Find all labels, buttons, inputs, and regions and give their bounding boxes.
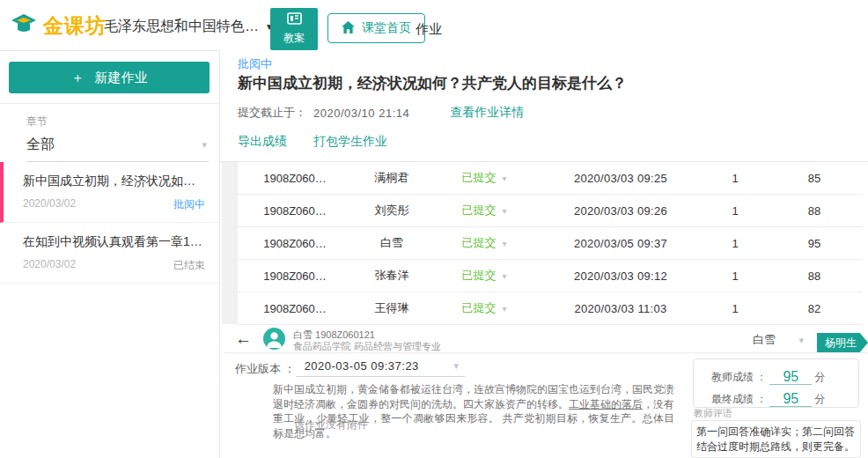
classroom-home-label: 课堂首页 <box>362 20 411 36</box>
submission-time: 2020/03/03 11:03 <box>537 302 704 315</box>
new-homework-button[interactable]: ＋ 新建作业 <box>9 62 210 93</box>
deadline-row: 提交截止于： 2020/03/10 21:14 查看作业详情 <box>238 105 524 121</box>
table-row[interactable]: 1908Z060… 张春洋 已提交▾ 2020/03/03 09:12 1 88 <box>238 260 863 292</box>
student-select[interactable]: 白雪 ▾ <box>740 332 807 353</box>
student-id: 1908Z060… <box>238 270 352 283</box>
homework-list-item-1[interactable]: 新中国成立初期，经济状况如… 2020/03/02 批阅中 <box>0 162 219 223</box>
submission-score: 82 <box>766 302 863 315</box>
chapter-select[interactable]: 全部 ▾ <box>26 129 209 162</box>
deadline-value: 2020/03/10 21:14 <box>313 107 409 120</box>
chevron-down-icon[interactable]: ▾ <box>502 174 506 183</box>
table-row[interactable]: 1908Z060… 刘奕彤 已提交▾ 2020/03/03 09:26 1 88 <box>238 195 863 227</box>
submission-status: 已提交 <box>461 236 496 249</box>
chevron-down-icon[interactable]: ▾ <box>502 271 506 281</box>
student-id: 1908Z060… <box>238 302 352 315</box>
submissions-table: 1908Z060… 满桐君 已提交▾ 2020/03/03 09:25 1 85… <box>238 162 863 325</box>
chevron-down-icon[interactable]: ▾ <box>502 304 506 314</box>
chapter-selected-value: 全部 <box>26 136 55 154</box>
submission-status: 已提交 <box>461 171 496 184</box>
homework-item-status: 已结束 <box>173 258 205 273</box>
submission-status: 已提交 <box>461 203 496 217</box>
tab-homework[interactable]: 作业 <box>416 21 442 38</box>
student-id: 1908Z060… <box>238 172 352 185</box>
grade-panel: 教师成绩 ： 95 分 最终成绩 ： 95 分 <box>693 358 859 408</box>
table-row[interactable]: 1908Z060… 王得琳 已提交▾ 2020/03/03 11:03 1 82 <box>238 292 863 325</box>
final-grade-label: 最终成绩 ： <box>711 392 767 407</box>
submission-score: 88 <box>766 204 863 218</box>
version-value: 2020-03-05 09:37:23 <box>305 359 419 373</box>
version-select[interactable]: 2020-03-05 09:37:23 ▾ <box>296 359 465 377</box>
action-links: 导出成绩 打包学生作业 <box>238 134 387 150</box>
lesson-plan-button[interactable]: 教案 <box>270 8 318 50</box>
new-homework-section: ＋ 新建作业 <box>0 51 219 104</box>
teacher-comment-label: 教师评语 <box>694 407 732 420</box>
submission-score: 95 <box>766 237 863 250</box>
homework-item-status: 批阅中 <box>173 197 205 212</box>
grade-unit: 分 <box>814 392 825 407</box>
final-grade-row: 最终成绩 ： 95 分 <box>711 388 858 407</box>
student-name: 张春洋 <box>352 268 431 284</box>
teacher-ribbon[interactable]: 杨明生 <box>817 333 868 352</box>
package-homework-link[interactable]: 打包学生作业 <box>313 134 387 150</box>
chevron-down-icon[interactable]: ▾ <box>502 239 506 248</box>
submission-status: 已提交 <box>461 269 496 282</box>
attachment-note: 该作业没有附件 <box>294 417 368 432</box>
table-row[interactable]: 1908Z060… 白雪 已提交▾ 2020/03/05 09:37 1 95 <box>238 227 863 260</box>
essay-underlined: 工业基础的落后 <box>569 398 643 410</box>
table-scrollbar[interactable] <box>222 162 238 324</box>
submission-count: 1 <box>704 172 766 185</box>
sidebar: ＋ 新建作业 章节 全部 ▾ 新中国成立初期，经济状况如… 2020/03/02… <box>0 50 220 458</box>
homework-item-date: 2020/03/02 <box>23 197 76 212</box>
chevron-down-icon[interactable]: ▾ <box>502 206 506 216</box>
student-name: 白雪 <box>352 235 431 251</box>
teacher-comment[interactable]: 第一问回答准确详实；第二问回答结合过度时期总路线，则更完备。 <box>691 420 861 458</box>
student-select-value: 白雪 <box>753 332 776 348</box>
chevron-down-icon: ▾ <box>202 139 207 151</box>
homework-item-title: 新中国成立初期，经济状况如… <box>23 174 205 189</box>
document-icon <box>287 12 302 28</box>
version-label: 作业版本 ： <box>235 361 296 377</box>
submission-status: 已提交 <box>461 301 496 314</box>
submission-time: 2020/03/03 09:12 <box>537 270 704 283</box>
plus-icon: ＋ <box>71 70 85 86</box>
homework-title: 新中国成立初期，经济状况如何？共产党人的目标是什么？ <box>238 73 627 93</box>
chapter-filter: 章节 全部 ▾ <box>0 104 219 162</box>
homework-item-date: 2020/03/02 <box>23 258 76 273</box>
final-grade-input[interactable]: 95 <box>769 392 812 407</box>
grade-unit: 分 <box>814 370 825 385</box>
student-avatar <box>263 328 285 350</box>
teacher-grade-row: 教师成绩 ： 95 分 <box>711 366 858 385</box>
student-department: 食品药品学院 药品经营与管理专业 <box>293 340 441 353</box>
back-arrow-icon[interactable]: ← <box>235 330 252 347</box>
chevron-down-icon: ▾ <box>454 360 460 372</box>
lesson-plan-label: 教案 <box>283 31 305 46</box>
submission-count: 1 <box>704 302 766 315</box>
chapter-label: 章节 <box>26 114 209 129</box>
table-row[interactable]: 1908Z060… 满桐君 已提交▾ 2020/03/03 09:25 1 85 <box>238 162 863 195</box>
deadline-label: 提交截止于： <box>238 105 306 121</box>
version-row: 作业版本 ： 2020-03-05 09:37:23 ▾ <box>235 359 465 377</box>
brand-name: 金课坊 <box>43 12 107 40</box>
homework-status-badge: 批阅中 <box>238 56 272 72</box>
submission-score: 88 <box>766 270 863 283</box>
course-title-dropdown[interactable]: 毛泽东思想和中国特色… ▼ <box>104 18 274 36</box>
submission-time: 2020/03/03 09:26 <box>537 204 704 218</box>
student-name: 刘奕彤 <box>352 203 431 218</box>
detail-divider <box>224 352 868 353</box>
homework-list-item-2[interactable]: 在知到中视频认真观看第一章1… 2020/03/02 已结束 <box>0 223 219 284</box>
export-grades-link[interactable]: 导出成绩 <box>238 134 287 150</box>
view-homework-detail-link[interactable]: 查看作业详情 <box>450 105 524 121</box>
student-name: 王得琳 <box>352 300 431 316</box>
submission-time: 2020/03/05 09:37 <box>537 237 704 250</box>
course-title: 毛泽东思想和中国特色… <box>104 18 259 36</box>
new-homework-label: 新建作业 <box>95 70 148 86</box>
teacher-grade-input[interactable]: 95 <box>769 370 812 385</box>
classroom-home-button[interactable]: 课堂首页 <box>327 13 425 43</box>
submission-score: 85 <box>766 172 863 185</box>
submission-time: 2020/03/03 09:25 <box>537 172 704 185</box>
submission-count: 1 <box>704 270 766 283</box>
student-id: 1908Z060… <box>238 204 352 218</box>
homework-item-title: 在知到中视频认真观看第一章1… <box>23 234 205 250</box>
submission-count: 1 <box>704 204 766 218</box>
chevron-down-icon: ▾ <box>798 335 804 346</box>
